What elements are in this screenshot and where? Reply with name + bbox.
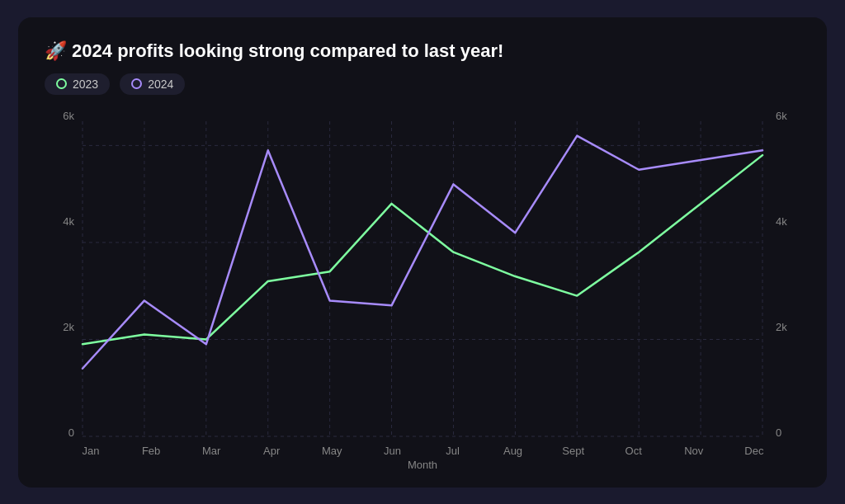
chart-svg: [74, 110, 771, 440]
x-axis: JanFebMarAprMayJunJulAugSeptOctNovDec: [74, 440, 771, 457]
x-label: Feb: [135, 445, 168, 457]
chart-card: 🚀 2024 profits looking strong compared t…: [18, 17, 827, 488]
y-axis-right: 6k4k2k0: [771, 110, 800, 471]
legend-label-2024: 2024: [148, 78, 173, 91]
y-label-right: 0: [776, 426, 781, 439]
x-label: Sept: [557, 445, 590, 457]
x-label: Jun: [375, 445, 408, 457]
legend-item-2024: 2024: [120, 73, 185, 95]
legend-dot-2023: [56, 78, 67, 89]
y-axis-left: 6k4k2k0: [45, 110, 74, 471]
y-label-right: 4k: [776, 215, 787, 228]
y-label-right: 2k: [776, 321, 787, 333]
legend-label-2023: 2023: [73, 78, 98, 91]
svg-container: [74, 110, 771, 440]
legend-dot-2024: [131, 78, 142, 89]
x-label: Aug: [497, 445, 530, 457]
x-label: May: [315, 445, 348, 457]
legend: 2023 2024: [45, 73, 800, 95]
x-label: Dec: [738, 445, 771, 457]
legend-item-2023: 2023: [45, 73, 110, 95]
y-label-left: 0: [68, 426, 74, 439]
y-label-right: 6k: [776, 110, 787, 122]
y-label-left: 2k: [63, 321, 74, 333]
x-label: Jul: [436, 445, 469, 457]
chart-area: 6k4k2k0 JanFebMarAprMayJunJulAugSeptOctN…: [45, 110, 800, 471]
y-label-left: 4k: [63, 215, 74, 228]
y-label-left: 6k: [63, 110, 74, 122]
chart-title: 🚀 2024 profits looking strong compared t…: [45, 40, 800, 62]
x-label: Apr: [255, 445, 288, 457]
x-axis-title: Month: [74, 459, 771, 471]
chart-inner: JanFebMarAprMayJunJulAugSeptOctNovDec Mo…: [74, 110, 771, 471]
x-label: Oct: [617, 445, 650, 457]
x-label: Jan: [74, 445, 107, 457]
x-label: Nov: [677, 445, 710, 457]
x-label: Mar: [195, 445, 228, 457]
